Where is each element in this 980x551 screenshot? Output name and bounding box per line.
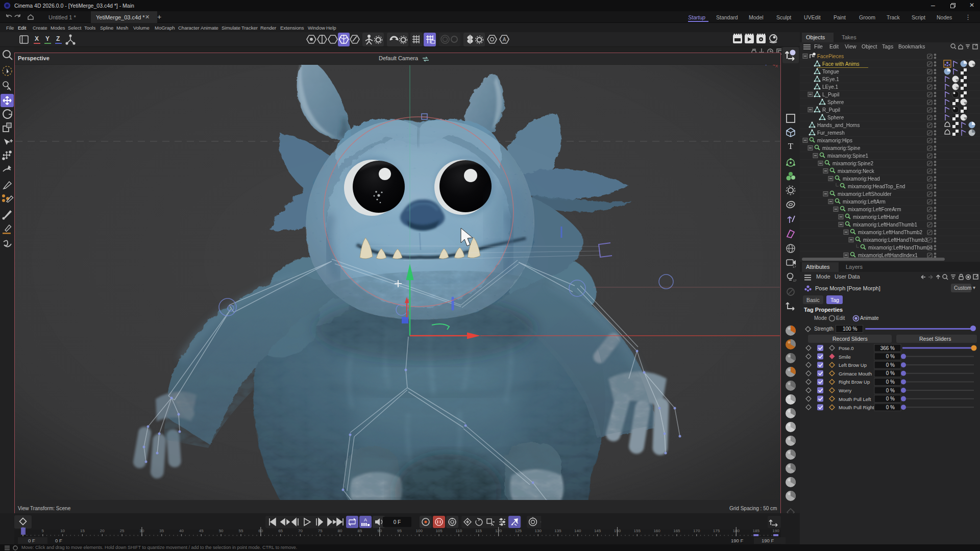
- svg-text:25: 25: [120, 529, 125, 533]
- svg-text:mixamorig:Spine1: mixamorig:Spine1: [827, 153, 868, 159]
- svg-text:L_Pupil: L_Pupil: [822, 92, 839, 97]
- svg-text:0 %: 0 %: [886, 388, 895, 393]
- svg-text:10: 10: [60, 529, 65, 533]
- svg-text:mixamorig:LeftHandThumb3: mixamorig:LeftHandThumb3: [863, 237, 928, 243]
- svg-text:Mouth Pull Right: Mouth Pull Right: [839, 405, 874, 410]
- svg-text:17: 17: [793, 279, 797, 282]
- svg-text:X: X: [775, 65, 778, 68]
- svg-text:65: 65: [278, 529, 283, 533]
- svg-text:115: 115: [475, 529, 482, 533]
- svg-text:165: 165: [673, 529, 680, 533]
- svg-text:Worry: Worry: [839, 388, 851, 393]
- svg-text:Pose.0: Pose.0: [839, 345, 854, 351]
- svg-text:140: 140: [574, 529, 581, 533]
- svg-text:mixamorig:LeftArm: mixamorig:LeftArm: [843, 199, 886, 205]
- svg-text:185: 185: [753, 529, 760, 533]
- svg-text:mixamorig:LeftHandThumb2: mixamorig:LeftHandThumb2: [858, 230, 923, 235]
- svg-text:75: 75: [318, 529, 323, 533]
- svg-text:135: 135: [554, 529, 561, 533]
- svg-text:mixamorig:Head: mixamorig:Head: [843, 176, 880, 182]
- svg-text:85: 85: [357, 529, 362, 533]
- svg-text:0 %: 0 %: [886, 379, 895, 385]
- svg-text:155: 155: [634, 529, 641, 533]
- svg-text:Face with Anims: Face with Anims: [822, 61, 860, 67]
- svg-text:0 %: 0 %: [886, 370, 895, 376]
- svg-text:mixamorig:Neck: mixamorig:Neck: [838, 168, 875, 174]
- svg-text:mixamorig:Spine2: mixamorig:Spine2: [832, 161, 873, 166]
- svg-text:mixamorig:LeftShoulder: mixamorig:LeftShoulder: [838, 191, 892, 197]
- svg-text:mixamorig:LeftHandThumb4: mixamorig:LeftHandThumb4: [868, 245, 933, 251]
- svg-text:mixamorig:LeftHandThumb1: mixamorig:LeftHandThumb1: [853, 222, 918, 228]
- svg-text:145: 145: [594, 529, 601, 533]
- svg-text:0 %: 0 %: [886, 396, 895, 402]
- svg-text:95: 95: [397, 529, 402, 533]
- svg-text:50: 50: [219, 529, 224, 533]
- svg-text:45: 45: [199, 529, 204, 533]
- svg-text:0 %: 0 %: [886, 354, 895, 359]
- svg-text:FacePieces: FacePieces: [817, 54, 844, 59]
- svg-text:190: 190: [772, 529, 779, 533]
- svg-text:Sphere: Sphere: [827, 99, 844, 105]
- svg-text:Grimace Mouth: Grimace Mouth: [839, 371, 872, 377]
- svg-text:125: 125: [515, 529, 522, 533]
- svg-text:Smile: Smile: [839, 354, 851, 360]
- svg-text:105: 105: [435, 529, 443, 533]
- svg-text:20: 20: [100, 529, 105, 533]
- svg-text:170: 170: [693, 529, 700, 533]
- svg-text:40: 40: [179, 529, 184, 533]
- svg-text:A: A: [364, 517, 367, 522]
- svg-text:35: 35: [159, 529, 164, 533]
- svg-text:Right Brow Up: Right Brow Up: [839, 379, 870, 385]
- svg-text:mixamorig:Spine: mixamorig:Spine: [822, 145, 861, 151]
- svg-text:0 F: 0 F: [394, 519, 401, 525]
- svg-text:130: 130: [535, 529, 542, 533]
- svg-text:A: A: [503, 37, 506, 42]
- svg-text:Fur_remesh: Fur_remesh: [817, 130, 845, 136]
- svg-text:REye.1: REye.1: [822, 77, 839, 82]
- svg-text:Mouth Pull Left: Mouth Pull Left: [839, 396, 871, 402]
- svg-text:100: 100: [416, 529, 423, 533]
- svg-text:mixamorig:HeadTop_End: mixamorig:HeadTop_End: [848, 184, 905, 189]
- svg-text:366 %: 366 %: [880, 345, 895, 351]
- svg-text:15: 15: [80, 529, 85, 533]
- svg-text:55: 55: [239, 529, 243, 533]
- svg-text:R_Pupil: R_Pupil: [822, 107, 840, 113]
- svg-text:160: 160: [653, 529, 660, 533]
- svg-text:5: 5: [42, 529, 44, 533]
- svg-text:Left Brow Up: Left Brow Up: [839, 362, 867, 368]
- svg-text:Tongue: Tongue: [822, 69, 839, 74]
- svg-text:T: T: [788, 141, 794, 151]
- svg-text:175: 175: [713, 529, 720, 533]
- svg-text:70: 70: [298, 529, 303, 533]
- svg-text:Hands_and_Horns: Hands_and_Horns: [817, 122, 860, 128]
- svg-text:80: 80: [338, 529, 342, 533]
- svg-text:LEye.1: LEye.1: [822, 84, 839, 90]
- svg-text:17: 17: [793, 265, 796, 268]
- svg-text:mixamorig:LeftHand: mixamorig:LeftHand: [853, 214, 898, 220]
- svg-text:mixamorig:Hips: mixamorig:Hips: [817, 138, 852, 143]
- svg-text:110: 110: [456, 529, 462, 533]
- svg-text:0 %: 0 %: [886, 405, 895, 410]
- svg-text:0 %: 0 %: [886, 362, 895, 368]
- svg-text:Sphere: Sphere: [827, 115, 844, 120]
- svg-text:mixamorig:LeftForeArm: mixamorig:LeftForeArm: [848, 207, 901, 212]
